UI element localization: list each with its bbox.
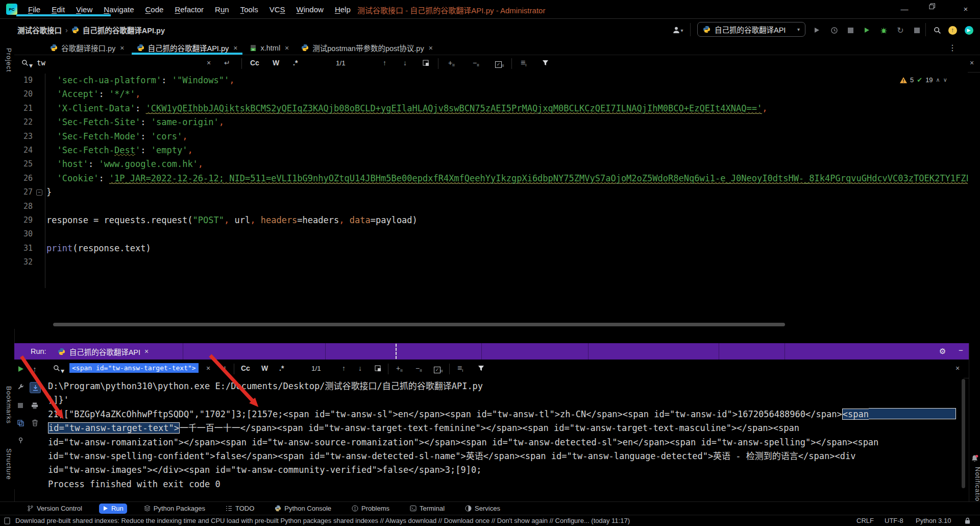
gutter-line[interactable]: 25: [14, 157, 45, 171]
add-selection-icon[interactable]: +II: [448, 59, 455, 67]
toolwindow-button-problems[interactable]: Problems: [348, 504, 393, 514]
menu-item-view[interactable]: View: [71, 3, 97, 16]
close-tab-icon[interactable]: ×: [429, 44, 433, 52]
match-case-button[interactable]: Cc: [250, 59, 259, 67]
close-run-tab-icon[interactable]: ×: [144, 347, 149, 355]
menu-item-window[interactable]: Window: [292, 3, 328, 16]
gutter-line[interactable]: 31: [14, 242, 45, 255]
add-selection-icon[interactable]: +II: [396, 364, 403, 373]
next-occurrence-icon[interactable]: ↓: [358, 364, 362, 372]
rerun-button[interactable]: [15, 364, 26, 374]
remove-selection-icon[interactable]: −II: [415, 364, 422, 373]
next-occurrence-icon[interactable]: ↓: [403, 59, 407, 67]
run-button-disabled[interactable]: [811, 24, 823, 36]
code-line[interactable]: print(response.text): [46, 242, 963, 255]
menu-item-edit[interactable]: Edit: [47, 3, 69, 16]
editor-tab[interactable]: 测试postman带参数的post协议.py×: [295, 41, 439, 55]
gutter-line[interactable]: 20: [14, 87, 45, 101]
editor-tab[interactable]: 自己抓的谷歌翻译API.py×: [131, 41, 244, 55]
code-line[interactable]: 'sec-ch-ua-platform': '"Windows"',: [46, 74, 963, 87]
filter-funnel-icon[interactable]: [478, 365, 484, 371]
toolwindow-button-version-control[interactable]: Version Control: [23, 504, 86, 514]
code-line[interactable]: [46, 200, 963, 213]
console-scrollbar[interactable]: [962, 379, 965, 488]
sidebar-item-bookmarks[interactable]: Bookmarks: [2, 386, 13, 424]
code-line[interactable]: 'Cookie': '1P_JAR=2022-12-26-12; NID=511…: [46, 172, 963, 185]
update-available-icon[interactable]: ↑: [946, 24, 959, 36]
filter-lines-icon[interactable]: ≡I: [521, 58, 527, 67]
minimize-button[interactable]: —: [897, 3, 912, 15]
run-configuration-combo[interactable]: 自己抓的谷歌翻译API ▾: [697, 22, 805, 37]
run-tool-window-header[interactable]: Run: 自己抓的谷歌翻译API × ⚙ −: [14, 343, 980, 360]
close-tab-icon[interactable]: ×: [120, 44, 124, 52]
restore-button[interactable]: [929, 3, 943, 15]
up-stack-trace-icon[interactable]: ↑: [30, 364, 40, 374]
run-tab-label[interactable]: 自己抓的谷歌翻译API: [69, 346, 140, 357]
close-button[interactable]: ×: [959, 3, 973, 15]
previous-occurrence-icon[interactable]: ↑: [383, 59, 386, 67]
fold-marker-icon[interactable]: −: [36, 189, 42, 196]
wrench-settings-icon[interactable]: [15, 382, 26, 392]
regex-button[interactable]: .*: [293, 59, 298, 67]
editor-tab[interactable]: Hx.html×: [243, 41, 295, 55]
gear-icon[interactable]: ⚙: [939, 347, 946, 356]
gutter-line[interactable]: 29: [14, 213, 45, 227]
profiler-button[interactable]: ↻: [894, 24, 906, 36]
toolwindow-button-services[interactable]: Services: [461, 504, 504, 514]
encoding-widget[interactable]: UTF-8: [885, 517, 903, 524]
editor-hscrollbar-thumb[interactable]: [53, 323, 785, 326]
close-find-bar-icon[interactable]: ×: [970, 59, 974, 67]
close-tab-icon[interactable]: ×: [233, 44, 237, 52]
toolwindow-button-terminal[interactable]: Terminal: [406, 504, 448, 514]
previous-occurrence-icon[interactable]: ↑: [342, 364, 346, 372]
filter-lines-icon[interactable]: ≡I: [457, 364, 463, 373]
code-line[interactable]: 'Sec-Fetch-Dest': 'empty',: [46, 144, 963, 157]
sidebar-item-project[interactable]: Project: [2, 48, 13, 72]
clear-search-icon[interactable]: ×: [206, 364, 210, 372]
run-console[interactable]: D:\Program\python310\python.exe E:/Docum…: [42, 378, 964, 489]
close-find-bar-icon[interactable]: ×: [955, 364, 960, 372]
toolwindow-button-python-console[interactable]: Python Console: [271, 504, 335, 514]
words-button[interactable]: W: [261, 364, 268, 372]
code-line[interactable]: [46, 255, 963, 269]
gutter-line[interactable]: 30: [14, 227, 45, 241]
menu-item-navigate[interactable]: Navigate: [99, 3, 138, 16]
stop-button-2-disabled[interactable]: [911, 24, 923, 36]
chevron-up-icon[interactable]: ∧: [936, 77, 940, 83]
debug-bug-button[interactable]: [877, 24, 890, 36]
menu-item-file[interactable]: File: [23, 3, 45, 16]
clear-search-icon[interactable]: ×: [207, 59, 211, 67]
code-line[interactable]: 'host': 'www.google.com.hk',: [46, 157, 963, 171]
code-line[interactable]: 'X-Client-Data': 'CKW1yQEIhbbJAQiktskBCM…: [46, 102, 963, 115]
toolwindow-button-todo[interactable]: TODO: [222, 504, 258, 514]
status-message[interactable]: Download pre-built shared indexes: Reduc…: [15, 517, 630, 524]
regex-button[interactable]: .*: [279, 364, 284, 372]
code-line[interactable]: }: [46, 185, 963, 199]
words-button[interactable]: W: [273, 59, 279, 67]
remove-selection-icon[interactable]: −II: [473, 59, 479, 67]
open-in-find-window-icon[interactable]: [375, 365, 381, 372]
menu-item-code[interactable]: Code: [141, 3, 168, 16]
notification-bell-icon[interactable]: [971, 455, 978, 463]
restore-layout-icon[interactable]: [15, 418, 26, 428]
scroll-to-end-icon[interactable]: [30, 382, 41, 393]
code-line[interactable]: 'Sec-Fetch-Mode': 'cors',: [46, 130, 963, 144]
filter-funnel-icon[interactable]: [542, 60, 549, 66]
toolwindow-button-run[interactable]: Run: [99, 504, 127, 514]
match-case-button[interactable]: Cc: [241, 364, 250, 372]
gutter-line[interactable]: 22: [14, 115, 45, 129]
code-editor[interactable]: 192021222324252627−2829303132 'sec-ch-ua…: [14, 72, 968, 329]
run-green-button[interactable]: [861, 24, 873, 36]
gutter-line[interactable]: 21: [14, 102, 45, 115]
chevron-down-icon[interactable]: ∨: [943, 77, 947, 83]
gutter-line[interactable]: 26: [14, 172, 45, 185]
hide-panel-icon[interactable]: −: [959, 346, 963, 354]
close-tab-icon[interactable]: ×: [285, 44, 289, 52]
interpreter-widget[interactable]: Python 3.10: [916, 517, 951, 524]
menu-item-run[interactable]: Run: [210, 3, 234, 16]
ide-logo-icon[interactable]: ▶: [963, 24, 975, 36]
line-separator-widget[interactable]: CRLF: [856, 517, 874, 524]
stop-button-disabled[interactable]: [15, 400, 26, 411]
profile-button[interactable]: [828, 24, 840, 36]
editor-search-input[interactable]: tw: [37, 59, 45, 67]
